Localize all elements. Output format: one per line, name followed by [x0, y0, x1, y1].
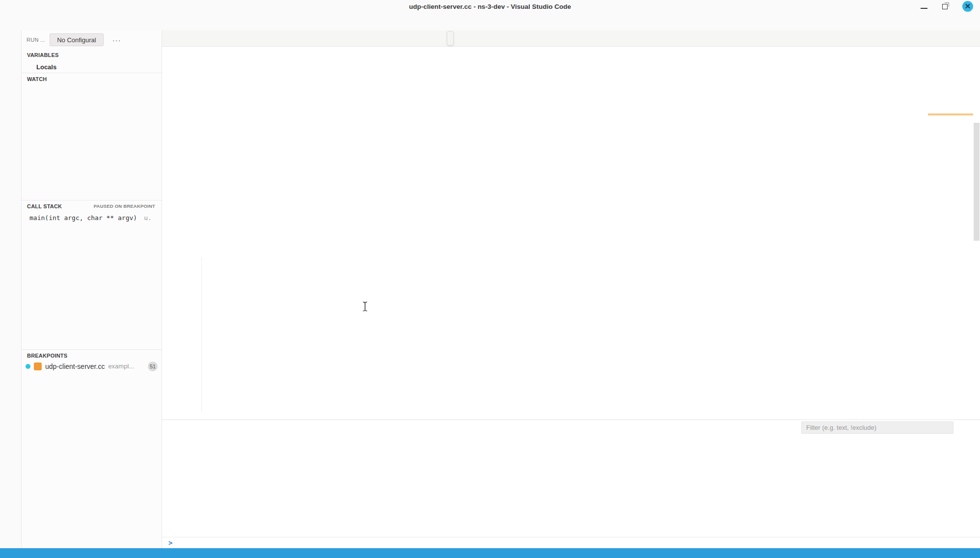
variables-section-header[interactable]: VARIABLES [22, 49, 162, 61]
breadcrumb [162, 47, 980, 60]
call-stack-section-header[interactable]: CALL STACK PAUSED ON BREAKPOINT [22, 200, 162, 212]
bottom-panel: > [162, 419, 980, 548]
code-lines [162, 60, 928, 419]
variables-section-label: VARIABLES [27, 52, 59, 58]
paused-on-breakpoint-badge: PAUSED ON BREAKPOINT [94, 203, 158, 209]
breakpoint-line-badge: 51 [148, 362, 158, 371]
activity-bar [0, 30, 22, 548]
vscode-window: udp-client-server.cc - ns-3-dev - Visual… [0, 0, 980, 558]
breakpoint-checkbox[interactable] [34, 363, 42, 370]
variables-scope-locals[interactable]: Locals [22, 61, 162, 73]
variables-list: Locals [22, 61, 162, 73]
watch-section-label: WATCH [27, 76, 47, 82]
debug-console-input[interactable]: > [162, 537, 980, 548]
views-more-actions[interactable]: ··· [112, 36, 121, 44]
debug-console-output [162, 434, 980, 537]
minimize-icon [921, 8, 927, 9]
launch-configuration-label: No Configural [57, 36, 96, 44]
breakpoint-file: udp-client-server.cc [45, 363, 105, 370]
title-bar: udp-client-server.cc - ns-3-dev - Visual… [0, 0, 980, 13]
run-label: RUN ... [27, 37, 45, 43]
call-stack-section-label: CALL STACK [27, 203, 62, 209]
window-title: udp-client-server.cc - ns-3-dev - Visual… [409, 3, 571, 10]
breakpoint-item[interactable]: udp-client-server.cc exampl... 51 [22, 361, 162, 371]
menu-bar [0, 13, 980, 30]
status-bar [0, 548, 980, 558]
breakpoint-path: exampl... [108, 363, 134, 370]
code-editor [162, 60, 980, 419]
breakpoints-section-header[interactable]: BREAKPOINTS [22, 349, 162, 361]
scope-label: Locals [36, 63, 56, 71]
launch-configuration-dropdown[interactable]: No Configural [50, 33, 104, 46]
window-controls: ✕ [921, 0, 973, 13]
watch-section-header[interactable]: WATCH [22, 73, 162, 84]
minimize-button[interactable] [921, 4, 927, 9]
minimap-current-line [928, 113, 973, 115]
console-prompt: > [168, 539, 172, 547]
watch-body [22, 84, 162, 200]
editor-tab-bar [162, 30, 980, 47]
breakpoint-dot-icon [26, 364, 30, 369]
debug-console-filter-input[interactable] [801, 421, 953, 434]
call-stack-body [22, 223, 162, 349]
stack-frame-file: u. [144, 214, 152, 222]
restore-button[interactable] [942, 4, 948, 9]
editor-group: > [162, 30, 980, 548]
breakpoints-section-label: BREAKPOINTS [27, 353, 67, 359]
debug-toolbar [447, 31, 454, 46]
debug-sidebar: RUN ... No Configural ··· VARIABLES Loca… [22, 30, 162, 548]
scrollbar-slider[interactable] [974, 123, 980, 241]
close-icon: ✕ [965, 2, 971, 11]
mouse-text-cursor [362, 301, 368, 312]
call-stack-frame[interactable]: main(int argc, char ** argv) u. [22, 212, 162, 223]
stack-frame-label: main(int argc, char ** argv) [29, 214, 137, 222]
debug-launch-row: RUN ... No Configural ··· [22, 30, 162, 49]
close-button[interactable]: ✕ [962, 1, 973, 12]
restore-icon [942, 4, 948, 9]
panel-actions [801, 421, 974, 434]
editor-scrollbar[interactable] [973, 60, 980, 419]
minimap[interactable] [928, 60, 973, 419]
